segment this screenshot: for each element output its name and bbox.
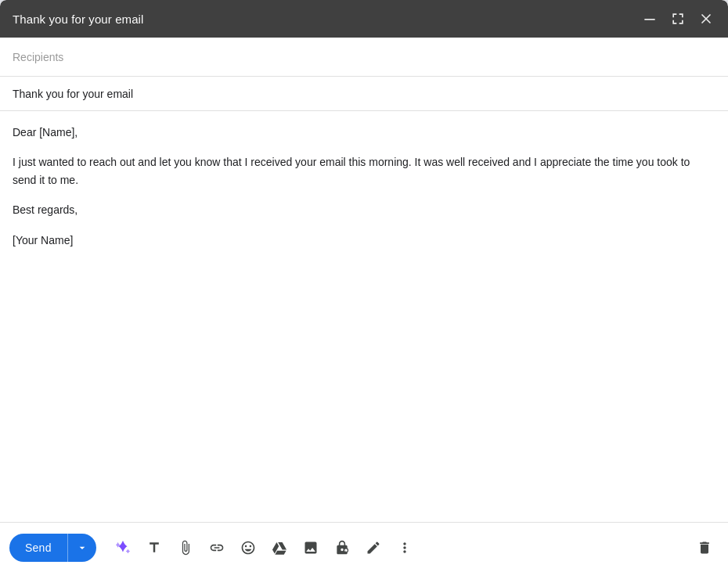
more-options-button[interactable] bbox=[391, 534, 419, 562]
drive-icon bbox=[272, 540, 287, 556]
recipients-field[interactable]: Recipients bbox=[0, 38, 728, 77]
close-icon bbox=[698, 11, 714, 27]
ai-assist-button[interactable] bbox=[109, 534, 137, 562]
insert-link-button[interactable] bbox=[203, 534, 231, 562]
format-text-icon bbox=[146, 540, 162, 556]
more-vert-icon bbox=[397, 540, 413, 556]
subject-value: Thank you for your email bbox=[13, 88, 133, 100]
header-actions bbox=[640, 9, 715, 28]
send-button[interactable]: Send bbox=[9, 534, 67, 562]
email-body[interactable]: Dear [Name], I just wanted to reach out … bbox=[0, 111, 728, 522]
ai-icon bbox=[114, 539, 132, 556]
body-closing: Best regards, bbox=[13, 201, 715, 218]
send-button-group: Send bbox=[9, 534, 96, 562]
link-icon bbox=[209, 540, 225, 556]
recipients-placeholder: Recipients bbox=[13, 51, 63, 63]
close-button[interactable] bbox=[697, 9, 715, 28]
send-dropdown-button[interactable] bbox=[67, 534, 96, 562]
insert-photo-button[interactable] bbox=[297, 534, 325, 562]
compose-header: Thank you for your email bbox=[0, 0, 728, 38]
attach-button[interactable] bbox=[171, 534, 200, 562]
pen-icon bbox=[366, 540, 381, 556]
minimize-icon bbox=[642, 11, 658, 27]
chevron-down-icon bbox=[76, 541, 88, 554]
emoji-icon bbox=[240, 540, 256, 556]
emoji-button[interactable] bbox=[234, 534, 262, 562]
compose-title: Thank you for your email bbox=[13, 13, 143, 26]
signature-button[interactable] bbox=[359, 534, 387, 562]
attach-icon bbox=[178, 540, 193, 556]
photo-icon bbox=[303, 540, 319, 556]
expand-button[interactable] bbox=[669, 9, 687, 28]
trash-icon bbox=[697, 540, 712, 556]
lock-icon: + bbox=[334, 540, 350, 556]
confidential-button[interactable]: + bbox=[328, 534, 356, 562]
expand-icon bbox=[670, 11, 686, 27]
format-text-button[interactable] bbox=[140, 534, 168, 562]
compose-window: Thank you for your email Recipients bbox=[0, 0, 728, 572]
delete-draft-button[interactable] bbox=[690, 534, 719, 562]
minimize-button[interactable] bbox=[640, 9, 659, 28]
google-drive-button[interactable] bbox=[265, 534, 294, 562]
body-greeting: Dear [Name], bbox=[13, 124, 715, 141]
svg-text:+: + bbox=[344, 549, 346, 552]
body-signature: [Your Name] bbox=[13, 232, 715, 249]
compose-toolbar: Send bbox=[0, 522, 728, 572]
subject-field[interactable]: Thank you for your email bbox=[0, 77, 728, 111]
body-paragraph1: I just wanted to reach out and let you k… bbox=[13, 153, 715, 189]
